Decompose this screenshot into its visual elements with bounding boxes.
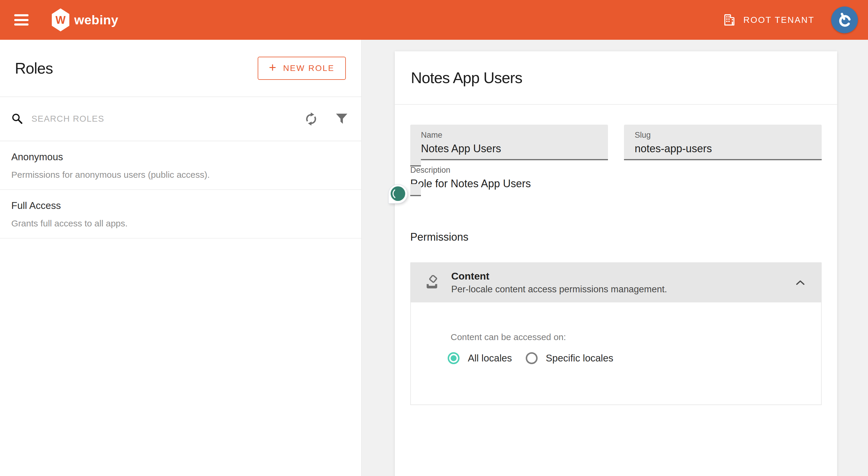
role-description: Grants full access to all apps. xyxy=(11,218,350,228)
name-field-label: Name xyxy=(421,131,597,140)
page-title: Roles xyxy=(15,59,53,77)
radio-specific-locales[interactable] xyxy=(526,352,537,364)
search-icon xyxy=(11,113,24,125)
slug-input[interactable] xyxy=(635,142,811,155)
topbar-right: ROOT TENANT xyxy=(722,6,858,33)
chevron-up-icon xyxy=(795,279,806,286)
radio-all-locales[interactable] xyxy=(448,352,460,364)
top-app-bar: W webiny ROOT TENANT xyxy=(0,0,868,40)
webiny-hexagon-icon: W xyxy=(52,8,69,31)
building-icon xyxy=(722,13,736,27)
power-icon xyxy=(836,11,853,29)
slug-field-label: Slug xyxy=(635,131,811,140)
name-slug-row: Name Slug xyxy=(410,125,822,160)
hamburger-menu-icon[interactable] xyxy=(14,13,29,27)
roles-list: Anonymous Permissions for anonymous user… xyxy=(0,141,361,239)
webiny-admin-screen: W webiny ROOT TENANT xyxy=(0,0,868,476)
tenant-label: ROOT TENANT xyxy=(743,15,814,25)
slug-field[interactable]: Slug xyxy=(624,125,822,160)
role-detail-form: Name Slug Description Role for Notes App… xyxy=(395,105,837,405)
filter-button[interactable] xyxy=(335,113,348,125)
role-description: Permissions for anonymous users (public … xyxy=(11,170,350,180)
locales-access-label: Content can be accessed on: xyxy=(451,332,809,342)
role-detail-area: Notes App Users Name Slug Description Ro… xyxy=(362,40,868,476)
radio-all-locales-label[interactable]: All locales xyxy=(468,353,512,364)
content-accordion-subtitle: Per-locale content access permissions ma… xyxy=(451,284,667,295)
permissions-heading: Permissions xyxy=(410,231,822,243)
content-accordion-body: Content can be accessed on: All locales … xyxy=(410,303,822,405)
name-input[interactable] xyxy=(421,142,597,155)
filter-funnel-icon xyxy=(335,113,348,125)
topbar-left: W webiny xyxy=(14,8,119,31)
search-input[interactable] xyxy=(31,114,304,124)
refresh-button[interactable] xyxy=(304,112,318,126)
content-accordion-title: Content xyxy=(451,271,667,282)
role-detail-card: Notes App Users Name Slug Description Ro… xyxy=(395,51,837,476)
role-detail-header: Notes App Users xyxy=(395,51,837,105)
user-avatar[interactable] xyxy=(831,6,858,33)
role-list-item-full-access[interactable]: Full Access Grants full access to all ap… xyxy=(0,190,361,239)
radio-specific-locales-label[interactable]: Specific locales xyxy=(546,353,613,364)
description-field[interactable]: Description Role for Notes App Users xyxy=(410,154,822,196)
chat-beacon-widget[interactable] xyxy=(389,185,407,203)
name-field[interactable]: Name xyxy=(410,125,608,160)
beacon-spinner-icon xyxy=(391,186,405,201)
content-permissions-accordion: Content Per-locale content access permis… xyxy=(410,262,822,405)
roles-panel-header: Roles + NEW ROLE xyxy=(0,40,361,97)
description-field-label: Description xyxy=(410,166,822,175)
role-name: Anonymous xyxy=(11,151,350,163)
new-role-button[interactable]: + NEW ROLE xyxy=(258,57,346,80)
role-detail-title: Notes App Users xyxy=(411,69,522,87)
new-role-button-label: NEW ROLE xyxy=(283,64,335,73)
roles-search-bar xyxy=(0,97,361,141)
content-ballot-icon xyxy=(425,275,439,290)
roles-list-panel: Roles + NEW ROLE xyxy=(0,40,362,476)
locales-radio-group: All locales Specific locales xyxy=(448,352,809,364)
refresh-icon xyxy=(304,112,318,126)
role-list-item-anonymous[interactable]: Anonymous Permissions for anonymous user… xyxy=(0,141,361,190)
content-accordion-titles: Content Per-locale content access permis… xyxy=(451,271,667,295)
role-name: Full Access xyxy=(11,200,350,211)
brand-wordmark: webiny xyxy=(74,13,119,27)
tenant-selector[interactable]: ROOT TENANT xyxy=(722,13,814,27)
webiny-logo-letter: W xyxy=(56,14,66,26)
description-textarea[interactable]: Role for Notes App Users xyxy=(410,178,822,190)
plus-icon: + xyxy=(269,61,277,74)
webiny-logo: W webiny xyxy=(52,8,119,31)
content-accordion-header[interactable]: Content Per-locale content access permis… xyxy=(410,262,822,303)
